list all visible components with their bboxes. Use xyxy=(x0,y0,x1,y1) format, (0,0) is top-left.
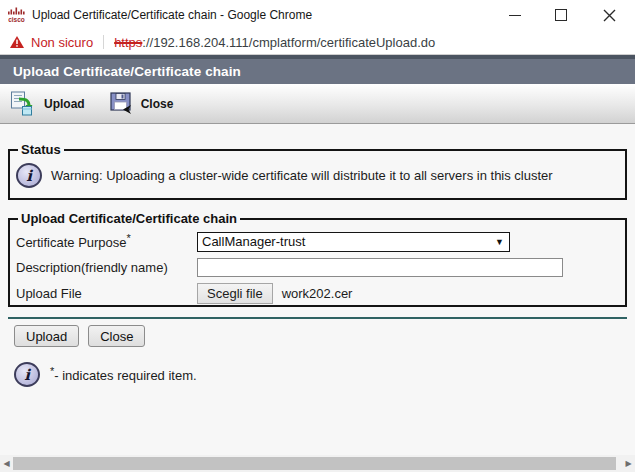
chrome-popup-window: cisco Upload Certificate/Certificate cha… xyxy=(0,0,635,472)
description-row: Description(friendly name) xyxy=(16,257,619,278)
description-label: Description(friendly name) xyxy=(16,260,197,275)
certificate-purpose-select[interactable]: CallManager-trust ▼ xyxy=(197,232,510,252)
minimize-icon xyxy=(509,15,521,16)
toolbar-upload-label: Upload xyxy=(44,97,85,111)
footnote-text: *- indicates required item. xyxy=(50,365,197,383)
warning-icon xyxy=(10,36,24,48)
window-title: Upload Certificate/Certificate chain - G… xyxy=(32,8,312,22)
action-buttons: Upload Close xyxy=(14,325,145,347)
status-row: i Warning: Uploading a cluster-wide cert… xyxy=(16,163,619,188)
toolbar-close-label: Close xyxy=(141,97,174,111)
footnote-info-icon: i xyxy=(14,362,40,387)
required-marker: * xyxy=(127,232,131,244)
status-legend: Status xyxy=(18,142,64,157)
choose-file-button[interactable]: Scegli file xyxy=(197,283,273,304)
maximize-button[interactable] xyxy=(544,0,578,30)
address-bar[interactable]: Non sicuro https://192.168.204.111/cmpla… xyxy=(0,30,635,55)
close-icon xyxy=(603,9,616,22)
title-bar: cisco Upload Certificate/Certificate cha… xyxy=(0,0,635,30)
horizontal-scrollbar[interactable]: ◀ ▶ xyxy=(0,455,635,472)
page-header: Upload Certificate/Certificate chain xyxy=(0,55,635,84)
upload-file-label: Upload File xyxy=(16,286,197,301)
toolbar-close-button[interactable]: Close xyxy=(109,92,174,116)
upload-button[interactable]: Upload xyxy=(14,325,79,347)
url-text: ://192.168.204.111/cmplatform/certificat… xyxy=(142,35,435,50)
toolbar-upload-button[interactable]: Upload xyxy=(10,91,85,116)
maximize-icon xyxy=(555,9,567,21)
close-window-button[interactable] xyxy=(592,0,626,30)
upload-file-row: Upload File Scegli file work202.cer xyxy=(16,283,619,304)
selected-file-name: work202.cer xyxy=(282,286,353,301)
section-divider xyxy=(8,317,627,319)
address-separator xyxy=(103,35,104,49)
description-input[interactable] xyxy=(197,258,563,277)
status-warning-text: Warning: Uploading a cluster-wide certif… xyxy=(51,168,553,183)
page-title: Upload Certificate/Certificate chain xyxy=(13,64,241,79)
minimize-button[interactable] xyxy=(498,0,532,30)
upload-form-legend: Upload Certificate/Certificate chain xyxy=(18,211,240,226)
certificate-purpose-row: Certificate Purpose* CallManager-trust ▼ xyxy=(16,231,619,252)
status-fieldset: Status i Warning: Uploading a cluster-wi… xyxy=(8,142,627,200)
svg-text:cisco: cisco xyxy=(8,16,25,23)
close-button[interactable]: Close xyxy=(88,325,145,347)
upload-icon xyxy=(10,91,37,116)
cisco-logo-icon: cisco xyxy=(8,7,25,23)
toolbar: Upload Close xyxy=(0,84,635,124)
certificate-purpose-value: CallManager-trust xyxy=(202,234,305,249)
certificate-purpose-label: Certificate Purpose* xyxy=(16,232,197,250)
footnote: i *- indicates required item. xyxy=(14,362,197,387)
close-disk-icon xyxy=(109,92,134,116)
security-status-label[interactable]: Non sicuro xyxy=(31,35,93,50)
scrollbar-thumb[interactable] xyxy=(13,457,616,470)
url-protocol: https xyxy=(114,35,142,50)
upload-form-fieldset: Upload Certificate/Certificate chain Cer… xyxy=(8,211,627,307)
page-content: Status i Warning: Uploading a cluster-wi… xyxy=(0,124,635,455)
select-dropdown-icon: ▼ xyxy=(495,237,504,247)
info-icon: i xyxy=(16,163,42,188)
scroll-left-button[interactable]: ◀ xyxy=(0,455,13,472)
scroll-right-button[interactable]: ▶ xyxy=(622,455,635,472)
